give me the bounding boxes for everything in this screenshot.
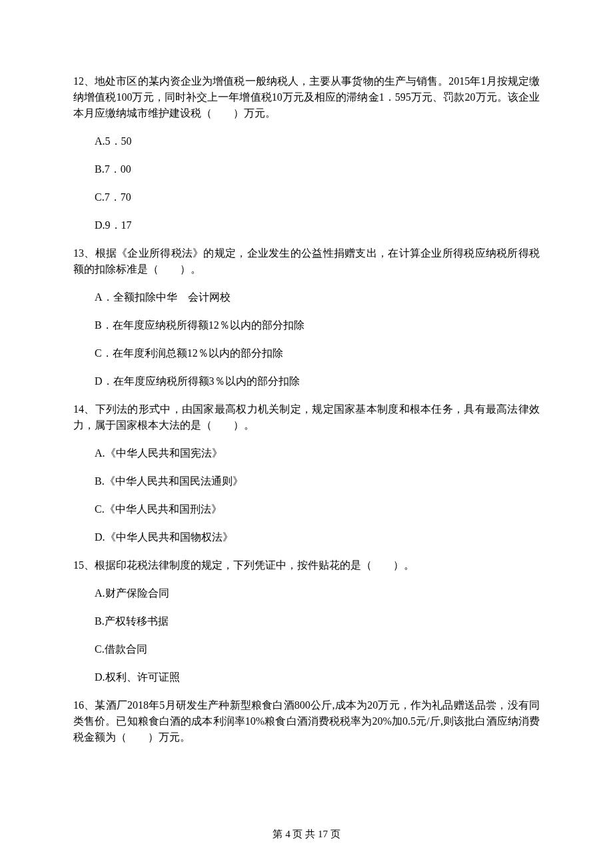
question-number: 12、 (73, 75, 95, 87)
question-16: 16、某酒厂2018年5月研发生产种新型粮食白酒800公斤,成本为20万元，作为… (73, 697, 540, 745)
question-12: 12、地处市区的某内资企业为增值税一般纳税人，主要从事货物的生产与销售。2015… (73, 73, 540, 121)
question-15-options: A.财产保险合同 B.产权转移书据 C.借款合同 D.权利、许可证照 (73, 585, 540, 685)
option-b: B.7．00 (95, 161, 540, 177)
question-number: 16、 (73, 699, 95, 711)
question-15: 15、根据印花税法律制度的规定，下列凭证中，按件贴花的是（ ）。 (73, 557, 540, 573)
question-13-options: A．全额扣除中华 会计网校 B．在年度应纳税所得额12％以内的部分扣除 C．在年… (73, 289, 540, 389)
question-stem: 根据《企业所得税法》的规定，企业发生的公益性捐赠支出，在计算企业所得税应纳税所得… (73, 247, 540, 275)
option-d: D.9．17 (95, 217, 540, 233)
question-stem: 某酒厂2018年5月研发生产种新型粮食白酒800公斤,成本为20万元，作为礼品赠… (73, 699, 540, 743)
option-c: C．在年度利润总额12％以内的部分扣除 (95, 345, 540, 361)
page-footer: 第 4 页 共 17 页 (0, 827, 613, 842)
question-number: 13、 (73, 247, 95, 259)
option-b: B．在年度应纳税所得额12％以内的部分扣除 (95, 317, 540, 333)
question-stem: 根据印花税法律制度的规定，下列凭证中，按件贴花的是（ ）。 (95, 559, 414, 571)
question-13: 13、根据《企业所得税法》的规定，企业发生的公益性捐赠支出，在计算企业所得税应纳… (73, 245, 540, 277)
option-d: D.权利、许可证照 (95, 669, 540, 685)
page: 12、地处市区的某内资企业为增值税一般纳税人，主要从事货物的生产与销售。2015… (0, 0, 613, 868)
question-stem: 下列法的形式中，由国家最高权力机关制定，规定国家基本制度和根本任务，具有最高法律… (73, 403, 540, 431)
option-c: C.《中华人民共和国刑法》 (95, 501, 540, 517)
question-14-options: A.《中华人民共和国宪法》 B.《中华人民共和国民法通则》 C.《中华人民共和国… (73, 445, 540, 545)
question-number: 14、 (73, 403, 95, 415)
option-a: A．全额扣除中华 会计网校 (95, 289, 540, 305)
question-stem: 地处市区的某内资企业为增值税一般纳税人，主要从事货物的生产与销售。2015年1月… (73, 75, 540, 119)
option-a: A.《中华人民共和国宪法》 (95, 445, 540, 461)
question-number: 15、 (73, 559, 95, 571)
option-b: B.《中华人民共和国民法通则》 (95, 473, 540, 489)
option-a: A.财产保险合同 (95, 585, 540, 601)
question-14: 14、下列法的形式中，由国家最高权力机关制定，规定国家基本制度和根本任务，具有最… (73, 401, 540, 433)
option-a: A.5．50 (95, 133, 540, 149)
option-b: B.产权转移书据 (95, 613, 540, 629)
option-d: D．在年度应纳税所得额3％以内的部分扣除 (95, 373, 540, 389)
question-12-options: A.5．50 B.7．00 C.7．70 D.9．17 (73, 133, 540, 233)
option-d: D.《中华人民共和国物权法》 (95, 529, 540, 545)
option-c: C.7．70 (95, 189, 540, 205)
option-c: C.借款合同 (95, 641, 540, 657)
